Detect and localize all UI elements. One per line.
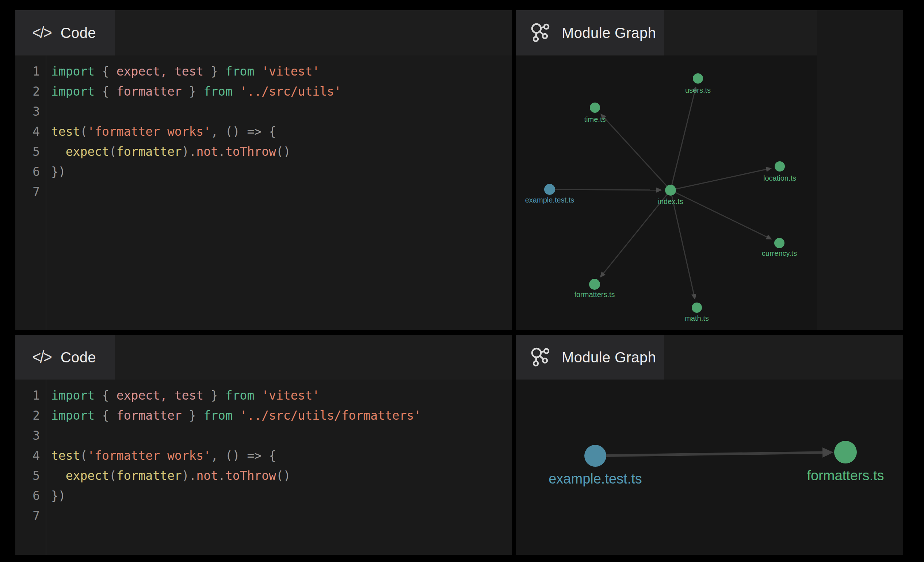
- graph-node-location.ts[interactable]: [775, 161, 785, 172]
- code-line: 6}): [15, 486, 512, 506]
- graph-edge-arrowhead: [656, 188, 662, 193]
- tab-code[interactable]: </> Code: [15, 335, 115, 380]
- module-graph-icon: [530, 22, 552, 43]
- line-number: 3: [15, 426, 46, 445]
- panel-bottom-graph: Module Graph example.test.tsformatters.t…: [516, 335, 903, 555]
- graph-node-users.ts[interactable]: [693, 73, 703, 84]
- graph-panel-header: Module Graph: [516, 335, 903, 380]
- line-number: 5: [15, 142, 46, 161]
- code-line: 2import { formatter } from '../src/utils…: [15, 405, 512, 426]
- graph-edge: [595, 453, 822, 456]
- code-line: 7: [15, 182, 512, 202]
- panel-top-code: </> Code 1import { expect, test } from '…: [15, 10, 512, 330]
- line-number: 7: [15, 506, 46, 526]
- module-graph-canvas[interactable]: example.test.tsformatters.ts: [516, 380, 903, 555]
- code-line: 2import { formatter } from '../src/utils…: [15, 81, 512, 102]
- code-line: 4test('formatter works', () => {: [15, 121, 512, 142]
- graph-node-index.ts[interactable]: [665, 185, 676, 196]
- code-icon: </>: [32, 23, 51, 42]
- code-line: 3: [15, 426, 512, 445]
- line-number: 6: [15, 486, 46, 506]
- tab-module-graph-label: Module Graph: [562, 349, 656, 366]
- line-number: 3: [15, 102, 46, 121]
- graph-node-label: math.ts: [685, 314, 709, 322]
- graph-node-label: formatters.ts: [574, 290, 615, 299]
- code-panel-header: </> Code: [15, 10, 512, 55]
- graph-node-formatters.ts[interactable]: [589, 279, 600, 290]
- graph-edge: [670, 190, 767, 237]
- graph-node-label: location.ts: [763, 174, 796, 182]
- line-number: 1: [15, 386, 46, 405]
- tab-module-graph[interactable]: Module Graph: [516, 335, 664, 380]
- graph-node-label: index.ts: [658, 197, 683, 205]
- graph-edge: [670, 92, 694, 190]
- graph-node-label: example.test.ts: [549, 471, 642, 486]
- code-line: 6}): [15, 161, 512, 182]
- gutter-divider: [46, 55, 46, 330]
- code-line: 1import { expect, test } from 'vitest': [15, 386, 512, 405]
- graph-panel-header: Module Graph: [516, 10, 818, 55]
- line-number: 2: [15, 81, 46, 102]
- graph-node-label: users.ts: [685, 86, 711, 94]
- graph-edge: [670, 190, 694, 294]
- graph-node-math.ts[interactable]: [692, 302, 702, 313]
- graph-node-example.test.ts[interactable]: [584, 445, 606, 467]
- line-number: 1: [15, 61, 46, 81]
- graph-node-label: time.ts: [584, 115, 606, 123]
- code-panel-header: </> Code: [15, 335, 512, 380]
- code-editor: 1import { expect, test } from 'vitest'2i…: [15, 380, 512, 555]
- tab-module-graph[interactable]: Module Graph: [516, 10, 664, 55]
- graph-edge: [670, 169, 766, 190]
- code-line: 7: [15, 506, 512, 526]
- tab-module-graph-label: Module Graph: [562, 25, 656, 41]
- code-editor: 1import { expect, test } from 'vitest'2i…: [15, 55, 512, 330]
- graph-node-example.test.ts[interactable]: [544, 184, 555, 195]
- graph-node-formatters.ts[interactable]: [834, 441, 857, 463]
- line-number: 4: [15, 445, 46, 466]
- graph-edge: [550, 190, 656, 190]
- panel-top-graph: Module Graph time.tsusers.tslocation.tse…: [516, 10, 903, 330]
- line-number: 5: [15, 466, 46, 486]
- line-number: 7: [15, 182, 46, 202]
- graph-node-time.ts[interactable]: [590, 103, 600, 113]
- code-line: 1import { expect, test } from 'vitest': [15, 61, 512, 81]
- graph-node-label: example.test.ts: [525, 196, 574, 204]
- module-graph-canvas[interactable]: time.tsusers.tslocation.tsexample.test.t…: [516, 55, 818, 330]
- tab-code-label: Code: [61, 25, 96, 41]
- line-number: 6: [15, 161, 46, 182]
- line-number: 2: [15, 405, 46, 426]
- gutter-divider: [46, 380, 46, 555]
- graph-node-currency.ts[interactable]: [774, 238, 784, 248]
- code-icon: </>: [32, 348, 51, 367]
- graph-edge-arrowhead: [765, 167, 772, 172]
- graph-node-label: currency.ts: [762, 249, 797, 257]
- tab-code-label: Code: [61, 349, 96, 366]
- code-line: 5 expect(formatter).not.toThrow(): [15, 466, 512, 486]
- graph-edge: [604, 118, 670, 190]
- graph-edge-arrowhead: [822, 447, 833, 457]
- line-number: 4: [15, 121, 46, 142]
- code-line: 3: [15, 102, 512, 121]
- graph-node-label: formatters.ts: [807, 468, 884, 483]
- graph-edge-arrowhead: [692, 293, 696, 300]
- module-graph-icon: [530, 347, 552, 368]
- panel-bottom-code: </> Code 1import { expect, test } from '…: [15, 335, 512, 555]
- tab-code[interactable]: </> Code: [15, 10, 115, 55]
- code-line: 5 expect(formatter).not.toThrow(): [15, 142, 512, 161]
- code-line: 4test('formatter works', () => {: [15, 445, 512, 466]
